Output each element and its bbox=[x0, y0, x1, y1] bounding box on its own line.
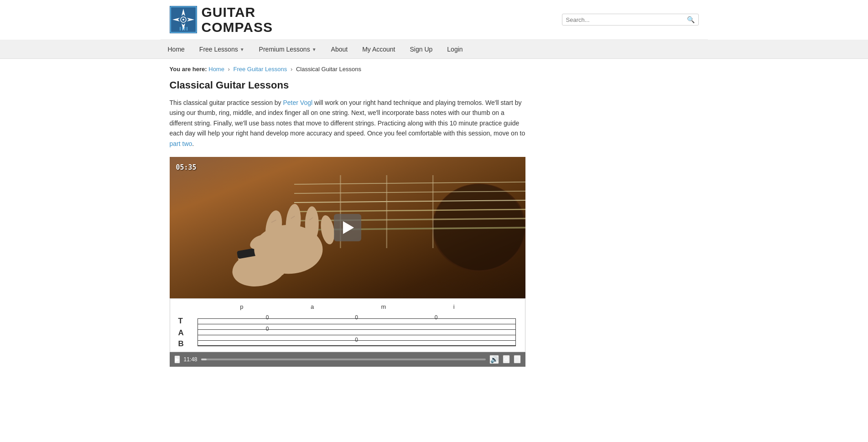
finger-p: p bbox=[240, 303, 243, 310]
nav-login[interactable]: Login bbox=[440, 40, 470, 58]
search-input[interactable] bbox=[566, 16, 687, 23]
svg-rect-11 bbox=[187, 27, 187, 31]
tab-a-letter: A bbox=[178, 328, 184, 338]
breadcrumb-sep-2: › bbox=[291, 66, 292, 73]
volume-button[interactable]: 🔊 bbox=[489, 355, 499, 364]
logo-icon bbox=[170, 6, 197, 33]
nav-home[interactable]: Home bbox=[161, 40, 192, 58]
tab-note-4: 0 bbox=[266, 326, 269, 332]
search-form[interactable]: 🔍 bbox=[562, 14, 699, 26]
finger-a: a bbox=[311, 303, 314, 310]
finger-i: i bbox=[453, 303, 455, 310]
video-thumbnail[interactable]: 05:35 bbox=[170, 157, 525, 298]
breadcrumb-sep-1: › bbox=[228, 66, 230, 73]
intro-paragraph: This classical guitar practice session b… bbox=[170, 98, 525, 149]
svg-point-28 bbox=[305, 206, 318, 241]
nav-bar: Home Free Lessons ▼ Premium Lessons ▼ Ab… bbox=[0, 40, 868, 59]
breadcrumb-label: You are here: bbox=[170, 66, 207, 73]
nav-free-lessons[interactable]: Free Lessons ▼ bbox=[192, 40, 252, 58]
breadcrumb-free-lessons[interactable]: Free Guitar Lessons bbox=[234, 66, 287, 73]
video-timestamp: 05:35 bbox=[176, 163, 197, 172]
video-controls: ▶ 11:48 🔊 ⚙ ❐ bbox=[170, 352, 525, 367]
tab-b-letter: B bbox=[178, 339, 184, 348]
breadcrumb-current: Classical Guitar Lessons bbox=[296, 66, 361, 73]
controls-time: 11:48 bbox=[184, 356, 198, 363]
play-button[interactable] bbox=[334, 214, 361, 241]
progress-fill bbox=[201, 359, 207, 360]
video-player: 05:35 p a m i T A B bbox=[170, 157, 525, 367]
breadcrumb: You are here: Home › Free Guitar Lessons… bbox=[170, 66, 699, 73]
nav-premium-lessons[interactable]: Premium Lessons ▼ bbox=[252, 40, 324, 58]
hand-svg bbox=[205, 171, 401, 298]
svg-rect-8 bbox=[180, 27, 181, 31]
svg-rect-9 bbox=[182, 27, 183, 31]
tab-note-1: 0 bbox=[266, 314, 269, 321]
play-icon bbox=[343, 221, 354, 234]
svg-rect-10 bbox=[184, 27, 185, 31]
author-link[interactable]: Peter Vogl bbox=[283, 99, 313, 106]
tab-notation: p a m i T A B bbox=[170, 298, 525, 352]
site-title: GUITAR COMPASS bbox=[202, 5, 273, 35]
logo-area[interactable]: GUITAR COMPASS bbox=[170, 5, 273, 35]
part-two-link[interactable]: part two bbox=[170, 140, 192, 147]
fullscreen-button[interactable]: ❐ bbox=[514, 355, 521, 364]
nav-about[interactable]: About bbox=[324, 40, 355, 58]
breadcrumb-home[interactable]: Home bbox=[208, 66, 224, 73]
nav-sign-up[interactable]: Sign Up bbox=[403, 40, 440, 58]
premium-lessons-dropdown-arrow: ▼ bbox=[312, 47, 317, 52]
search-button[interactable]: 🔍 bbox=[687, 16, 695, 23]
tab-note-5: 0 bbox=[355, 337, 358, 343]
controls-play-button[interactable]: ▶ bbox=[174, 355, 180, 364]
progress-bar[interactable] bbox=[201, 359, 486, 360]
tab-finger-labels: p a m i bbox=[170, 303, 525, 310]
finger-m: m bbox=[381, 303, 386, 310]
svg-point-7 bbox=[182, 19, 184, 21]
page-title: Classical Guitar Lessons bbox=[170, 79, 699, 91]
tab-t-letter: T bbox=[178, 317, 183, 326]
settings-button[interactable]: ⚙ bbox=[503, 355, 510, 364]
nav-my-account[interactable]: My Account bbox=[355, 40, 402, 58]
tab-note-2: 0 bbox=[355, 314, 358, 321]
free-lessons-dropdown-arrow: ▼ bbox=[240, 47, 244, 52]
tab-note-3: 0 bbox=[435, 314, 438, 321]
